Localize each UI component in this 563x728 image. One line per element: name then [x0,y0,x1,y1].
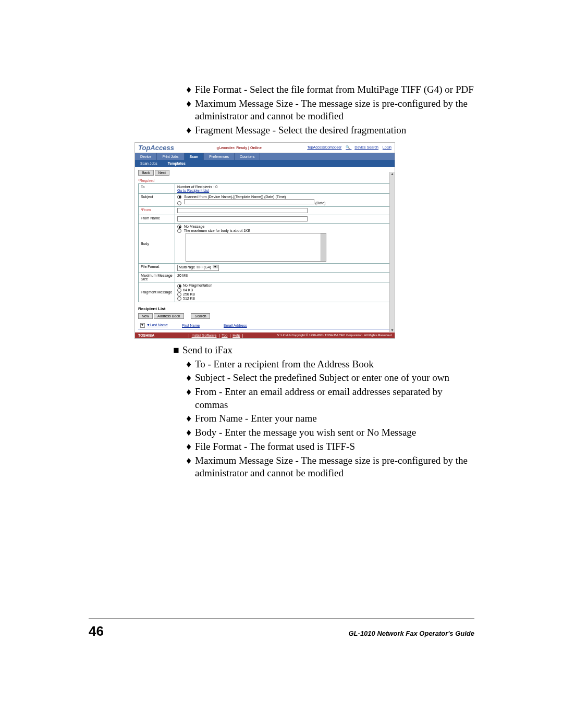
bullet-icon: ♦ [182,412,195,425]
bullet-text: Maximum Message Size - The message size … [195,97,474,123]
file-format-select[interactable]: MultiPage TIFF(G4) [177,265,219,271]
fragment-opt: 64 KB [183,288,193,292]
label-file-format: File Format [139,264,175,273]
tab-scan[interactable]: Scan [185,153,204,160]
back-button[interactable]: Back [138,170,154,176]
fragment-radio-256[interactable] [177,292,181,297]
bullet-text: Maximum Message Size - The message size … [195,454,474,480]
bullet-icon: ♦ [182,97,195,110]
label-subject: Subject [139,193,175,206]
device-search-link[interactable]: 🔍 Device Search [346,145,378,149]
bullet-text: Fragment Message - Select the desired fr… [195,124,474,137]
bullet-icon: ♦ [182,426,195,439]
new-button[interactable]: New [138,313,153,319]
from-input[interactable] [177,208,308,213]
topaccess-screenshot: TopAccess gl-wonder: Ready | Online TopA… [134,142,395,339]
select-all-checkbox[interactable] [140,323,145,328]
body-no-message-text: No Message [184,225,204,228]
top-bullet-list: ♦File Format - Select the file format fr… [182,83,474,137]
bullet-icon: ♦ [182,386,195,399]
brand-label: TOSHIBA [138,334,154,337]
status-text: gl-wonder: Ready | Online [216,146,261,150]
required-label: *Required [138,179,391,182]
col-email[interactable]: Email Address [224,324,247,327]
bullet-icon: ♦ [182,83,195,96]
footer-title: GL-1010 Network Fax Operator's Guide [349,630,475,637]
fragment-radio-none[interactable] [177,284,181,288]
search-button[interactable]: Search [191,313,210,319]
from-name-input[interactable] [177,216,308,221]
label-max-size: Maximum Message Size [139,273,175,282]
col-first-name[interactable]: First Name [182,324,200,327]
bullet-text: File Format - The format used is TIFF-S [195,440,474,453]
secondary-tabs: Scan Jobs Templates [135,160,395,167]
bullet-text: From Name - Enter your name [195,412,474,425]
bullet-icon: ♦ [182,124,195,137]
bullet-text: Subject - Select the predefined Subject … [195,372,474,385]
recipient-list-table: ▼Last Name First Name Email Address [138,322,391,329]
square-bullet-icon: ■ [170,344,182,357]
help-link[interactable]: Help [232,334,240,337]
primary-tabs: Device Print Jobs Scan Preferences Count… [135,153,395,160]
go-recipient-list-link[interactable]: Go to Recipient List [177,189,209,192]
label-from-name: From Name [139,215,175,224]
recipient-list-heading: Recipient List [138,306,391,311]
subject-radio-default[interactable] [177,195,181,199]
bullet-icon: ♦ [182,358,195,371]
body-radio-custom[interactable] [177,229,181,233]
subject-input[interactable] [184,199,314,204]
page-number: 46 [89,623,104,639]
panel-scrollbar[interactable] [389,172,395,332]
body-textarea[interactable] [186,233,326,262]
top-link[interactable]: Top [222,334,227,337]
col-last-name[interactable]: Last Name [150,323,168,327]
body-radio-no-message[interactable] [177,225,181,229]
bullet-icon: ♦ [182,454,195,467]
tab-device[interactable]: Device [135,153,157,160]
login-link[interactable]: Login [383,145,391,149]
fragment-opt: No Fragmentation [183,283,212,287]
bullet-text: To - Enter a recipient from the Address … [195,358,474,371]
tab-templates[interactable]: Templates [163,160,191,167]
form-table: To Number of Recipients : 0 Go to Recipi… [138,183,391,302]
fragment-opt: 512 KB [183,297,195,300]
section-heading: Send to iFax [182,344,474,357]
fragment-radio-512[interactable] [177,297,181,301]
subject-date-hint: (Date) [315,201,325,205]
subject-default-text: Scanned from (Device Name)-[(Template Na… [184,195,286,199]
bullet-text: Body - Enter the message you wish sent o… [195,426,474,439]
bullet-text: File Format - Select the file format fro… [195,83,474,96]
page-footer: 46 GL-1010 Network Fax Operator's Guide [89,619,474,639]
composer-link[interactable]: TopAccessComposer [307,145,341,149]
fragment-radio-64[interactable] [177,288,181,292]
tab-scan-jobs[interactable]: Scan Jobs [135,160,163,167]
label-fragment: Fragment Message [139,282,175,302]
bullet-icon: ♦ [182,372,195,385]
bullet-text: From - Enter an email address or email a… [195,386,474,411]
label-from: *From [139,207,175,215]
app-logo: TopAccess [138,144,174,152]
recipient-count: Number of Recipients : 0 [177,185,217,189]
label-to: To [139,183,175,193]
max-size-value: 20 MB [175,273,391,282]
copyright-text: V 1.2 td.6 Copyright © 1999-2001 TOSHIBA… [277,334,391,337]
scrollbar-icon[interactable] [321,233,326,261]
label-body: Body [139,224,175,264]
next-button[interactable]: Next [155,170,169,176]
bottom-lists: ■Send to iFax ♦To - Enter a recipient fr… [170,344,474,480]
tab-counters[interactable]: Counters [235,153,260,160]
bullet-icon: ♦ [182,440,195,453]
install-software-link[interactable]: Install Software [192,334,217,337]
subject-radio-custom[interactable] [177,201,181,205]
fragment-opt: 256 KB [183,292,195,296]
tab-print-jobs[interactable]: Print Jobs [157,153,184,160]
tab-preferences[interactable]: Preferences [204,153,235,160]
address-book-button[interactable]: Address Book [154,313,184,319]
body-size-hint: The maximum size for body is about 1KB [184,229,251,232]
